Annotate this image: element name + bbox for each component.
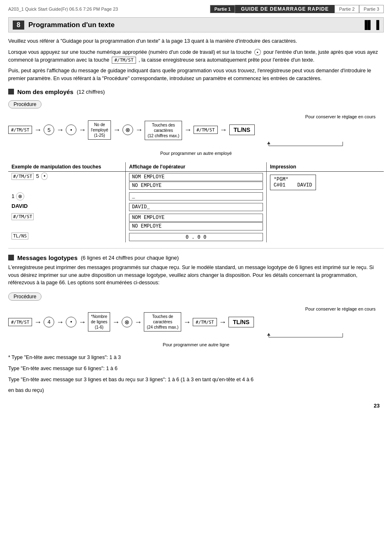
- dot-key: •: [254, 49, 261, 55]
- intro-para2-part1: Lorsque vous appuyez sur une touche numé…: [8, 49, 251, 55]
- flow-key-tmst-1: #/TM/ST: [8, 126, 32, 134]
- partie-tabs: Partie 1 GUIDE DE DEMARRAGE RAPIDE Parti…: [210, 5, 384, 13]
- key-display-5: 5: [36, 173, 39, 179]
- display-cell-6: NO EMPLOYE: [129, 222, 263, 230]
- arrow-2: →: [56, 126, 64, 134]
- flow-box-chars-1: Touches descaractères(12 chiffres max.): [145, 121, 182, 140]
- key-tmst-row4: #/TM/ST: [12, 213, 34, 220]
- display-cell-2: NO EMPLOYE: [129, 182, 263, 190]
- loop-arrow-wrapper-2: [8, 332, 347, 341]
- display-cell-7: 0 . 0 0: [129, 233, 263, 241]
- example-col3-header: Impression: [266, 162, 384, 172]
- display-cell-3: _: [129, 192, 263, 200]
- subsection-messages-subtitle: (6 lignes et 24 chiffres pour chaque lig…: [81, 255, 179, 261]
- svg-marker-0: [267, 142, 270, 144]
- flow-key-5: 5: [44, 124, 54, 135]
- loop-arrow-svg-1: [265, 141, 347, 149]
- subsection-square-icon-2: [8, 255, 14, 260]
- page-number: 23: [8, 403, 384, 409]
- arrow-12: →: [134, 318, 142, 326]
- footnotes: * Type "En-tête avec message sur 3 ligne…: [8, 354, 384, 394]
- arrow-5: →: [135, 126, 143, 134]
- partie2-tab[interactable]: Partie 2: [334, 5, 359, 13]
- arrow-13: →: [183, 318, 191, 326]
- footnote-line-4: en bas du reçu): [8, 387, 384, 394]
- guide-label: GUIDE DE DEMARRAGE RAPIDE: [235, 5, 334, 13]
- subsection-square-icon: [8, 89, 14, 94]
- loop-arrow-svg-2: [265, 332, 347, 341]
- key-david: DAVID: [12, 203, 28, 209]
- arrow-14: →: [219, 318, 226, 326]
- subsection-nom-title: Nom des employés: [17, 88, 74, 95]
- svg-marker-1: [267, 333, 270, 336]
- diagram1-above-label: Pour conserver le réglage en cours: [8, 114, 376, 119]
- arrow-1: →: [34, 126, 42, 134]
- procedure-label-1: Procédure: [14, 101, 36, 107]
- subsection-messages-logotypes: Messages logotypes (6 lignes et 24 chiff…: [8, 254, 384, 261]
- section-title: Programmation d'un texte: [28, 21, 115, 29]
- intro-para2: Lorsque vous appuyez sur une touche numé…: [8, 48, 384, 64]
- arrow-3: →: [78, 126, 86, 134]
- flow-diagram-2: Pour conserver le réglage en cours #/TM/…: [8, 306, 384, 347]
- arrow-4: →: [113, 126, 120, 134]
- top-bar: A203_1 Quick Start Guide(Fr) 06.5.6 7:26…: [8, 4, 384, 14]
- diagram2-below-label: Pour programmer une autre ligne: [8, 342, 384, 347]
- key-tlns-row5: TL/NS: [12, 233, 28, 240]
- key-display-dot-ex: •: [41, 173, 48, 180]
- footnote-line-3: Type "En-tête avec message sur 3 lignes …: [8, 376, 384, 384]
- flow-key-dot-1: •: [66, 124, 76, 135]
- flow-key-tlns-2: TL/NS: [228, 317, 254, 327]
- procedure-label-2: Procédure: [14, 294, 36, 299]
- flow-row-2: #/TM/ST → 4 → • → *Nombrede lignes(1-6) …: [8, 312, 384, 332]
- arrow-10: →: [78, 318, 86, 326]
- flow-key-tmst-2: #/TM/ST: [194, 126, 217, 134]
- key-circle-x-ex: ⊗: [16, 192, 24, 200]
- document-info: A203_1 Quick Start Guide(Fr) 06.5.6 7:26…: [8, 7, 118, 12]
- procedure-badge-2: Procédure: [8, 292, 42, 301]
- flow-box-chars-2: Touches decaractères(24 chiffres max.): [144, 312, 181, 332]
- flow-key-tlns-1: TL/NS: [229, 124, 255, 135]
- print-receipt: *PGM* C#01 DAVID: [270, 175, 316, 190]
- display-cell-4: DAVID_: [129, 203, 263, 211]
- flow-key-tmst-4: #/TM/ST: [193, 318, 217, 326]
- table-row: #/TM/ST 5 • NOM EMPLOYE NO EMPLOYE *PGM*…: [8, 171, 384, 191]
- key-display-tmst: #/TM/ST: [12, 173, 34, 180]
- example-col1-header: Exemple de manipulation des touches: [8, 162, 126, 172]
- flow-key-circle-x-1: ⊗: [122, 124, 133, 135]
- loop-arrow-wrapper-1: [8, 141, 347, 149]
- example-table: Exemple de manipulation des touches Affi…: [8, 162, 384, 242]
- subsection-nom-subtitle: (12 chiffres): [77, 89, 105, 95]
- example-col2-header: Affichage de l'opérateur: [126, 162, 267, 172]
- flow-chars-wrapper-1: Touches descaractères(12 chiffres max.): [145, 120, 182, 140]
- messages-description: L'enregistreuse peut imprimer des messag…: [8, 264, 384, 287]
- arrow-7: →: [220, 126, 227, 134]
- display-cell-5: NOM EMPLOYE: [129, 214, 263, 222]
- intro-para3: Puis, peut après l'affichage du message …: [8, 67, 384, 83]
- display-cell-1: NOM EMPLOYE: [129, 173, 263, 181]
- flow-box-employe: No del'employé(1-25): [88, 120, 111, 140]
- flow-box-lignes: *Nombrede lignes(1-6): [88, 312, 110, 332]
- flow-diagram-1: Pour conserver le réglage en cours #/TM/…: [8, 114, 384, 156]
- section-header: 8 Programmation d'un texte ▐▌▐: [8, 17, 384, 32]
- subsection-messages-title: Messages logotypes: [17, 254, 78, 261]
- arrow-9: →: [56, 318, 64, 326]
- intro-para2-part3: , la caisse enregistreuse sera automatiq…: [138, 57, 314, 63]
- flow-key-tmst-3: #/TM/ST: [8, 318, 32, 326]
- section-number: 8: [13, 21, 24, 30]
- flow-row-1: #/TM/ST → 5 → • → No del'employé(1-25) →…: [8, 120, 384, 140]
- arrow-6: →: [184, 126, 191, 134]
- partie3-tab[interactable]: Partie 3: [359, 5, 384, 13]
- flow-key-circle-x-2: ⊗: [122, 317, 132, 327]
- intro-para1: Veuillez vous référer à "Guidage pour la…: [8, 37, 384, 45]
- procedure-badge-1: Procédure: [8, 100, 42, 108]
- arrow-8: →: [34, 318, 42, 326]
- tmst-key-inline: #/TM/ST: [112, 57, 136, 64]
- partie1-tab[interactable]: Partie 1: [210, 5, 235, 13]
- key-1-circle: 1: [12, 193, 16, 199]
- subsection-nom-employes: Nom des employés (12 chiffres): [8, 88, 384, 95]
- diagram1-below-label: Pour programmer un autre employé: [8, 151, 384, 156]
- section-icon: ▐▌▐: [362, 20, 379, 30]
- diagram2-above-label: Pour conserver le réglage en cours: [8, 306, 376, 311]
- flow-key-4: 4: [44, 317, 54, 327]
- footnote-line-1: * Type "En-tête avec message sur 3 ligne…: [8, 354, 384, 362]
